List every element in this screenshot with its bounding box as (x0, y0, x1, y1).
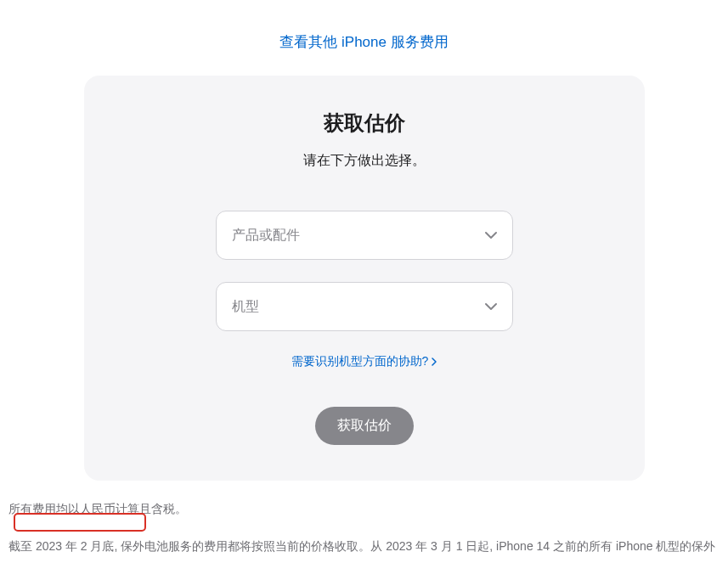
card-title: 获取估价 (135, 110, 594, 137)
submit-row: 获取估价 (135, 407, 594, 445)
model-select[interactable]: 机型 (216, 282, 513, 331)
model-select-placeholder: 机型 (232, 298, 259, 316)
product-select[interactable]: 产品或配件 (216, 211, 513, 260)
get-estimate-button[interactable]: 获取估价 (315, 407, 414, 445)
other-services-link[interactable]: 查看其他 iPhone 服务费用 (279, 34, 448, 50)
help-link-text: 需要识别机型方面的协助? (291, 354, 429, 369)
footer-price-note: 截至 2023 年 2 月底, 保外电池服务的费用都将按照当前的价格收取。从 2… (8, 535, 720, 563)
chevron-right-icon (432, 358, 437, 366)
footer: 所有费用均以人民币计算且含税。 截至 2023 年 2 月底, 保外电池服务的费… (0, 481, 728, 563)
estimate-card: 获取估价 请在下方做出选择。 产品或配件 机型 需要识别机型方面的协助? 获取估… (84, 76, 645, 481)
top-link-container: 查看其他 iPhone 服务费用 (0, 0, 728, 76)
footer-tax-note: 所有费用均以人民币计算且含税。 (8, 499, 720, 518)
help-link[interactable]: 需要识别机型方面的协助? (291, 354, 437, 369)
card-subtitle: 请在下方做出选择。 (135, 152, 594, 170)
chevron-down-icon (485, 231, 497, 239)
model-select-wrapper: 机型 (216, 282, 513, 331)
product-select-wrapper: 产品或配件 (216, 211, 513, 260)
chevron-down-icon (485, 302, 497, 311)
product-select-placeholder: 产品或配件 (232, 227, 300, 245)
